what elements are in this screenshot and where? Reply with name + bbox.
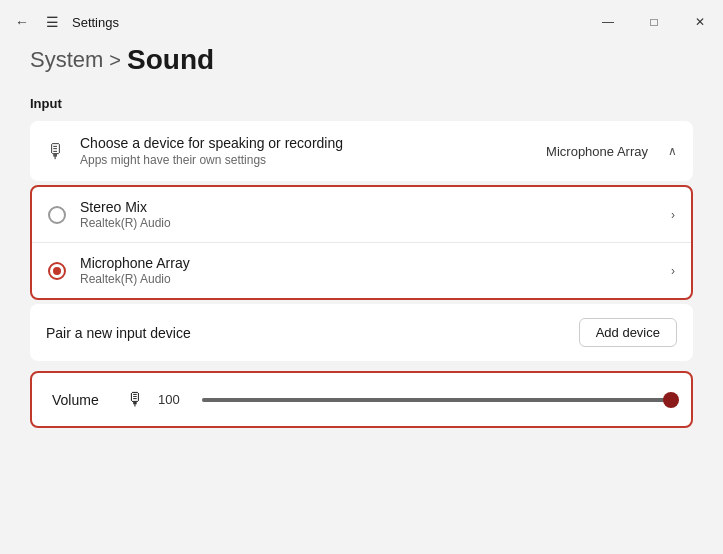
stereo-mix-chevron-icon: › bbox=[671, 208, 675, 222]
breadcrumb: System > Sound bbox=[30, 44, 693, 76]
breadcrumb-system[interactable]: System bbox=[30, 47, 103, 73]
menu-button[interactable]: ☰ bbox=[42, 12, 62, 32]
choose-device-subtitle: Apps might have their own settings bbox=[80, 153, 532, 167]
volume-slider-thumb[interactable] bbox=[663, 392, 679, 408]
stereo-mix-info: Stereo Mix Realtek(R) Audio bbox=[80, 199, 671, 230]
pair-device-label: Pair a new input device bbox=[46, 325, 579, 341]
chevron-up-icon: ∧ bbox=[668, 144, 677, 158]
volume-slider-fill bbox=[202, 398, 671, 402]
stereo-mix-radio[interactable] bbox=[48, 206, 66, 224]
choose-device-text: Choose a device for speaking or recordin… bbox=[80, 135, 532, 167]
microphone-array-desc: Realtek(R) Audio bbox=[80, 272, 671, 286]
settings-window: ← ☰ Settings — □ ✕ System > Sound Input … bbox=[0, 0, 723, 554]
device-stereo-mix[interactable]: Stereo Mix Realtek(R) Audio › bbox=[32, 187, 691, 243]
choose-device-title: Choose a device for speaking or recordin… bbox=[80, 135, 532, 151]
stereo-mix-name: Stereo Mix bbox=[80, 199, 671, 215]
volume-value: 100 bbox=[158, 392, 188, 407]
microphone-array-info: Microphone Array Realtek(R) Audio bbox=[80, 255, 671, 286]
microphone-icon: 🎙 bbox=[46, 140, 66, 163]
main-content: System > Sound Input 🎙 Choose a device f… bbox=[0, 40, 723, 554]
microphone-array-name: Microphone Array bbox=[80, 255, 671, 271]
devices-section: Stereo Mix Realtek(R) Audio › Microphone… bbox=[30, 185, 693, 300]
breadcrumb-current: Sound bbox=[127, 44, 214, 76]
choose-device-header[interactable]: 🎙 Choose a device for speaking or record… bbox=[30, 121, 693, 181]
titlebar-title: Settings bbox=[72, 15, 119, 30]
back-button[interactable]: ← bbox=[12, 12, 32, 32]
stereo-mix-desc: Realtek(R) Audio bbox=[80, 216, 671, 230]
maximize-button[interactable]: □ bbox=[631, 6, 677, 38]
device-microphone-array[interactable]: Microphone Array Realtek(R) Audio › bbox=[32, 243, 691, 298]
volume-slider-track[interactable] bbox=[202, 398, 671, 402]
volume-label: Volume bbox=[52, 392, 112, 408]
add-device-button[interactable]: Add device bbox=[579, 318, 677, 347]
titlebar: ← ☰ Settings — □ ✕ bbox=[0, 0, 723, 40]
selected-device-value: Microphone Array bbox=[546, 144, 648, 159]
input-section-title: Input bbox=[30, 96, 693, 111]
volume-card: Volume 🎙 100 bbox=[30, 371, 693, 428]
pair-device-row: Pair a new input device Add device bbox=[30, 304, 693, 361]
microphone-array-chevron-icon: › bbox=[671, 264, 675, 278]
breadcrumb-separator: > bbox=[109, 49, 121, 72]
window-controls: — □ ✕ bbox=[585, 6, 723, 38]
titlebar-left: ← ☰ Settings bbox=[12, 12, 585, 32]
volume-mic-icon: 🎙 bbox=[126, 389, 144, 410]
choose-device-card: 🎙 Choose a device for speaking or record… bbox=[30, 121, 693, 181]
minimize-button[interactable]: — bbox=[585, 6, 631, 38]
microphone-array-radio[interactable] bbox=[48, 262, 66, 280]
close-button[interactable]: ✕ bbox=[677, 6, 723, 38]
